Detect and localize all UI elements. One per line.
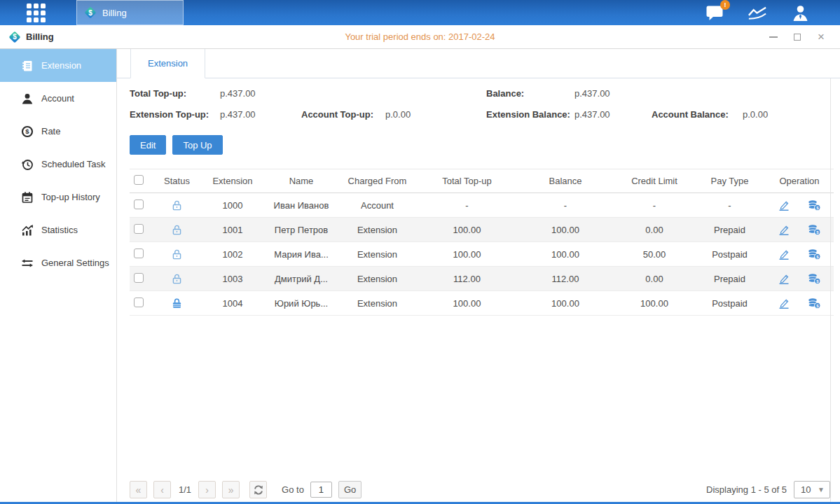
edit-pencil-icon[interactable]	[778, 224, 790, 236]
topup-coins-icon[interactable]: $	[808, 200, 821, 211]
edit-pencil-icon[interactable]	[778, 298, 790, 309]
topup-button[interactable]: Top Up	[172, 135, 222, 155]
close-button[interactable]: ×	[816, 32, 826, 42]
table-row: 1000 Иван Иванов Account - - - - $	[130, 193, 834, 218]
header-checkbox-cell	[130, 169, 154, 193]
sidebar-item-general-settings[interactable]: General Settings	[0, 246, 116, 279]
history-clock-icon	[21, 158, 34, 171]
table-row: 1004 Юрий Юрь... Extension 100.00 100.00…	[130, 291, 834, 316]
sidebar-item-topup-history[interactable]: Top-up History	[0, 181, 116, 214]
maximize-button[interactable]	[792, 32, 802, 42]
status-cell	[154, 242, 200, 267]
sidebar-item-scheduled-task[interactable]: Scheduled Task	[0, 148, 116, 181]
total-topup-cell: 100.00	[418, 218, 516, 242]
unlocked-icon[interactable]	[171, 224, 183, 236]
edit-pencil-icon[interactable]	[778, 248, 790, 260]
resource-monitor-icon[interactable]	[747, 4, 768, 21]
statistics-icon	[21, 224, 34, 237]
row-checkbox[interactable]	[134, 298, 144, 307]
total-topup-cell: -	[418, 193, 516, 218]
next-page-button[interactable]: ›	[198, 481, 216, 498]
action-buttons: Edit Top Up	[130, 135, 840, 155]
tab-extension[interactable]: Extension	[130, 49, 205, 78]
extension-table-wrap: Status Extension Name Charged From Total…	[130, 169, 830, 316]
topup-coins-icon[interactable]: $	[808, 273, 821, 285]
operation-cell: $	[765, 242, 834, 267]
select-all-checkbox[interactable]	[134, 175, 144, 185]
operation-cell: $	[765, 218, 834, 242]
unlocked-icon[interactable]	[171, 200, 183, 211]
topup-coins-icon[interactable]: $	[808, 224, 821, 236]
pay-type-cell: Prepaid	[694, 218, 765, 242]
line-chart-icon	[747, 5, 768, 21]
total-topup-cell: 112.00	[418, 267, 516, 291]
row-checkbox[interactable]	[134, 200, 144, 209]
notepad-icon	[21, 191, 34, 204]
charged-from-cell: Account	[337, 193, 418, 218]
prev-page-button[interactable]: ‹	[153, 481, 171, 498]
extension-cell: 1002	[200, 242, 266, 267]
table-header-row: Status Extension Name Charged From Total…	[130, 169, 834, 193]
credit-limit-cell: -	[614, 193, 694, 218]
name-cell: Петр Петров	[266, 218, 337, 242]
table-body: 1000 Иван Иванов Account - - - - $	[130, 193, 834, 316]
sidebar-item-rate[interactable]: $ Rate	[0, 115, 116, 148]
topup-coins-icon[interactable]: $	[808, 298, 821, 309]
sidebar-item-account[interactable]: Account	[0, 82, 116, 115]
chevron-down-icon: ▼	[818, 486, 825, 493]
balance-cell: -	[516, 193, 614, 218]
topup-coins-icon[interactable]: $	[808, 248, 821, 260]
notifications-icon[interactable]: !	[704, 4, 725, 21]
credit-limit-cell: 100.00	[614, 291, 694, 316]
person-silhouette-icon	[791, 4, 810, 22]
taskbar-tab-label: Billing	[102, 8, 127, 18]
pagination-bar: « ‹ 1/1 › » Go to Go Displaying	[130, 481, 830, 498]
row-checkbox-cell	[130, 267, 154, 291]
sidebar-item-extension[interactable]: Extension	[0, 49, 116, 82]
unlocked-icon[interactable]	[171, 273, 183, 285]
refresh-button[interactable]	[249, 481, 267, 498]
col-total-topup: Total Top-up	[418, 169, 516, 193]
goto-page-input[interactable]	[310, 482, 332, 498]
last-page-button[interactable]: »	[222, 481, 240, 498]
extension-balance-label: Extension Balance:	[486, 109, 574, 120]
extension-cell: 1004	[200, 291, 266, 316]
svg-text:$: $	[25, 127, 29, 135]
edit-pencil-icon[interactable]	[778, 273, 790, 285]
status-cell	[154, 218, 200, 242]
goto-label: Go to	[282, 484, 304, 495]
row-checkbox[interactable]	[134, 273, 144, 283]
locked-icon[interactable]	[171, 298, 183, 309]
col-credit-limit: Credit Limit	[614, 169, 694, 193]
table-row: 1002 Мария Ива... Extension 100.00 100.0…	[130, 242, 834, 267]
page-size-dropdown[interactable]: 10 ▼	[794, 481, 830, 498]
row-checkbox[interactable]	[134, 248, 144, 258]
balance-label: Balance:	[486, 88, 574, 99]
total-topup-label: Total Top-up:	[130, 88, 220, 99]
minimize-button[interactable]	[769, 32, 778, 42]
name-cell: Дмитрий Д...	[266, 267, 337, 291]
row-checkbox-cell	[130, 291, 154, 316]
billing-app-icon: $	[8, 31, 21, 43]
user-account-icon[interactable]	[790, 4, 811, 21]
row-checkbox-cell	[130, 193, 154, 218]
table-row: 1003 Дмитрий Д... Extension 112.00 112.0…	[130, 267, 834, 291]
trial-period-notice: Your trial period ends on: 2017-02-24	[0, 31, 840, 42]
unlocked-icon[interactable]	[171, 248, 183, 260]
app-grid-icon[interactable]	[27, 4, 46, 22]
taskbar-tab-billing[interactable]: $ Billing	[76, 0, 184, 25]
first-page-button[interactable]: «	[130, 481, 147, 498]
edit-button[interactable]: Edit	[130, 135, 166, 155]
sidebar-item-statistics[interactable]: Statistics	[0, 214, 116, 246]
col-balance: Balance	[516, 169, 614, 193]
edit-pencil-icon[interactable]	[778, 200, 790, 211]
name-cell: Юрий Юрь...	[266, 291, 337, 316]
window-titlebar: $ Billing Your trial period ends on: 201…	[0, 25, 840, 49]
row-checkbox[interactable]	[134, 224, 144, 234]
pay-type-cell: Postpaid	[694, 291, 765, 316]
go-button[interactable]: Go	[338, 481, 362, 498]
operation-cell: $	[765, 291, 834, 316]
extension-cell: 1000	[200, 193, 266, 218]
extension-balance-value: p.437.00	[574, 109, 652, 120]
status-cell	[154, 193, 200, 218]
